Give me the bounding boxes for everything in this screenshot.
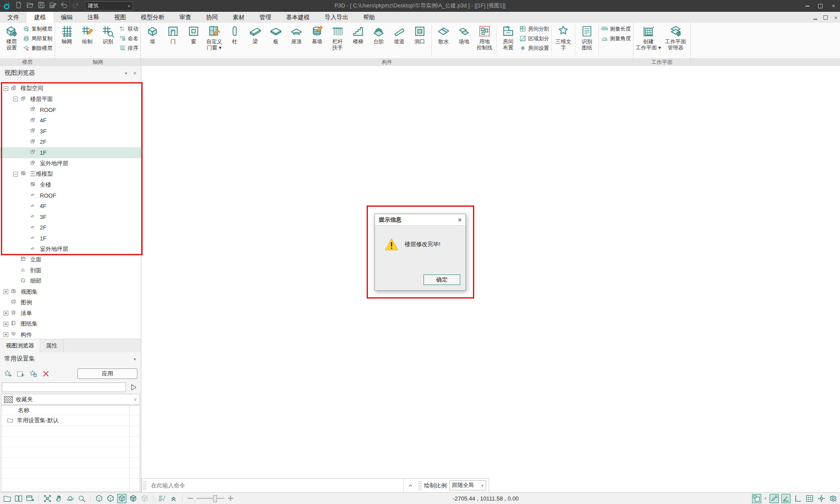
- osnap-button[interactable]: [770, 494, 779, 503]
- move-gizmo-button[interactable]: [817, 494, 826, 503]
- ribbon-button[interactable]: 梁: [245, 24, 266, 45]
- orbit-button[interactable]: [66, 494, 75, 503]
- add-group-button[interactable]: [16, 369, 25, 378]
- menu-tab[interactable]: 协同: [199, 12, 225, 23]
- tree-item[interactable]: +图纸集: [0, 319, 141, 330]
- tree-expand-icon[interactable]: +: [4, 322, 8, 327]
- ribbon-button[interactable]: 绘制: [77, 24, 98, 45]
- selection-mode-button[interactable]: [752, 494, 761, 503]
- display-style-button[interactable]: [158, 494, 167, 503]
- ribbon-small-button[interactable]: 复制楼层: [23, 25, 52, 33]
- tree-expand-icon[interactable]: +: [4, 289, 8, 294]
- ribbon-button[interactable]: 板: [266, 24, 286, 45]
- tile-windows-button[interactable]: [14, 494, 23, 503]
- tree-item[interactable]: 室外地坪层: [0, 244, 141, 255]
- cube-hidden-button[interactable]: [106, 494, 115, 503]
- tree-item[interactable]: −楼层平面: [0, 94, 141, 105]
- new-view-button[interactable]: [3, 494, 12, 503]
- tree-collapse-icon[interactable]: −: [13, 172, 18, 177]
- tree-item[interactable]: +构件: [0, 330, 141, 339]
- dialog-ok-button[interactable]: 确定: [424, 275, 460, 285]
- menu-tab[interactable]: 编辑: [53, 12, 80, 23]
- tree-item[interactable]: 图例: [0, 297, 141, 308]
- tree-item[interactable]: 4F: [0, 201, 141, 212]
- pan-button[interactable]: [54, 494, 63, 503]
- redo-button[interactable]: [71, 1, 80, 9]
- tree-item[interactable]: −模型空间: [0, 83, 141, 94]
- import-favorite-button[interactable]: [29, 369, 38, 378]
- mdi-close-button[interactable]: ×: [834, 14, 837, 21]
- ribbon-small-button[interactable]: 排序: [119, 44, 138, 52]
- ribbon-button[interactable]: 场地: [454, 24, 474, 45]
- tab-properties[interactable]: 属性: [40, 339, 63, 352]
- zoom-extents-button[interactable]: [43, 494, 52, 503]
- collapse-panel-button[interactable]: [169, 494, 178, 503]
- menu-tab[interactable]: 管理: [252, 12, 279, 23]
- ribbon-small-button[interactable]: 命名: [119, 35, 138, 42]
- ribbon-button[interactable]: 轴网: [56, 24, 77, 45]
- ribbon-button[interactable]: 三维文字: [553, 24, 574, 51]
- minimize-button[interactable]: [801, 0, 814, 12]
- tree-item[interactable]: 细部: [0, 276, 141, 287]
- cube-shaded-button[interactable]: [117, 494, 126, 503]
- command-input[interactable]: [147, 479, 403, 492]
- ribbon-small-button[interactable]: 房间分割: [519, 25, 549, 33]
- settings-filter-input[interactable]: [2, 382, 126, 392]
- tree-item[interactable]: +清单: [0, 308, 141, 319]
- apply-run-button[interactable]: [128, 382, 139, 393]
- tree-item[interactable]: ROOF: [0, 104, 141, 115]
- menu-tab[interactable]: 视图: [107, 12, 133, 23]
- tree-item[interactable]: 全楼: [0, 180, 141, 191]
- tree-item[interactable]: 3F: [0, 126, 141, 137]
- save-button[interactable]: [37, 1, 46, 9]
- menu-tab[interactable]: 帮助: [356, 12, 382, 23]
- mdi-minimize-button[interactable]: [813, 14, 817, 21]
- panel-collapse-icon[interactable]: ▾: [133, 357, 136, 361]
- save-as-button[interactable]: [49, 1, 57, 9]
- zoom-slider-track[interactable]: [196, 498, 224, 499]
- tree-collapse-icon[interactable]: −: [13, 97, 18, 101]
- tree-item[interactable]: 2F: [0, 137, 141, 148]
- tree-item[interactable]: 1F: [0, 233, 141, 244]
- ribbon-small-button[interactable]: 局部复制: [23, 35, 52, 42]
- favorites-dropdown[interactable]: 收藏夹 ∨: [1, 394, 140, 405]
- ribbon-button[interactable]: 台阶: [368, 24, 389, 45]
- menu-tab[interactable]: 素材: [225, 12, 252, 23]
- ribbon-small-button[interactable]: 房间设置: [519, 44, 549, 52]
- ribbon-button[interactable]: 房间 布置: [498, 24, 518, 51]
- zoom-slider-thumb[interactable]: [213, 495, 217, 502]
- polar-snap-button[interactable]: [781, 494, 791, 503]
- ribbon-button[interactable]: 自定义 门窗 ▾: [204, 24, 224, 51]
- draw-scale-dropdown[interactable]: 跟随全局 ▾: [449, 480, 486, 490]
- ribbon-button[interactable]: 门: [163, 24, 183, 45]
- ribbon-button[interactable]: 楼梯: [348, 24, 368, 45]
- tree-item[interactable]: 4F: [0, 115, 141, 126]
- grid-snap-button[interactable]: [805, 494, 814, 503]
- ribbon-button[interactable]: 窗: [183, 24, 204, 45]
- chevron-up-icon[interactable]: ∧: [764, 496, 767, 501]
- zoom-out-icon[interactable]: [188, 498, 193, 499]
- menu-tab[interactable]: 注释: [80, 12, 107, 23]
- tree-expand-icon[interactable]: +: [4, 311, 8, 316]
- tree-item[interactable]: 1F: [0, 147, 141, 158]
- apply-button[interactable]: 应用: [77, 368, 137, 379]
- cube-solid-button[interactable]: [140, 494, 149, 503]
- ribbon-button[interactable]: 柱: [224, 24, 245, 45]
- menu-tab[interactable]: 文件: [0, 12, 27, 23]
- tree-item[interactable]: 2F: [0, 222, 141, 233]
- table-row[interactable]: 常用设置集-默认: [1, 415, 140, 426]
- ribbon-small-button[interactable]: 测量长度: [601, 25, 631, 33]
- maximize-button[interactable]: [814, 0, 827, 12]
- zoom-slider[interactable]: [188, 496, 233, 501]
- ribbon-button[interactable]: 楼层 设置: [1, 24, 22, 51]
- new-window-button[interactable]: [25, 494, 35, 503]
- ribbon-small-button[interactable]: 区域划分: [519, 35, 549, 42]
- menu-tab[interactable]: 建模: [27, 12, 53, 23]
- ribbon-small-button[interactable]: 删除楼层: [23, 44, 52, 52]
- ribbon-button[interactable]: 工作平面 管理器: [662, 24, 689, 51]
- ribbon-button[interactable]: 墙: [142, 24, 163, 45]
- open-file-button[interactable]: [26, 1, 34, 9]
- ribbon-button[interactable]: 幕墙: [307, 24, 327, 45]
- tree-item[interactable]: 3F: [0, 212, 141, 222]
- ribbon-button[interactable]: 栏杆 扶手: [327, 24, 348, 51]
